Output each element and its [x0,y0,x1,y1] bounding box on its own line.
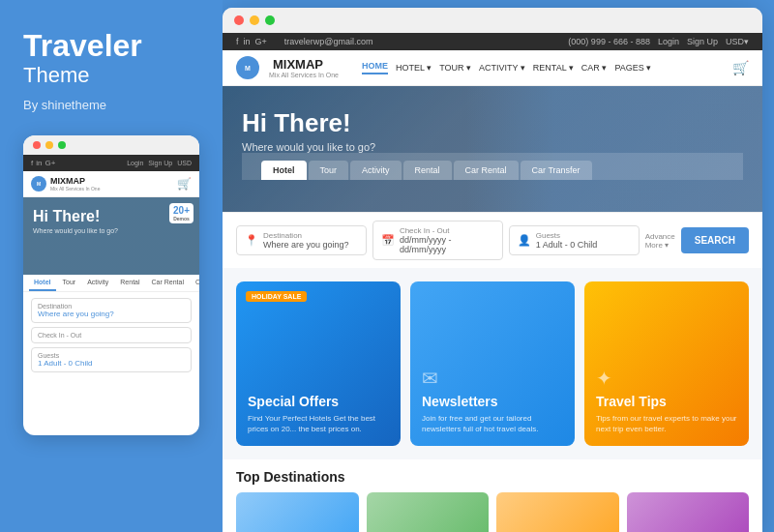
mobile-tab-tour[interactable]: Tour [58,275,81,291]
search-tab-tour[interactable]: Tour [309,161,349,180]
site-nav-pages[interactable]: PAGES ▾ [614,63,651,73]
mobile-tab-activity[interactable]: Activity [82,275,113,291]
advance-options[interactable]: AdvanceMore ▾ [645,232,675,250]
site-logo-circle: M [236,56,259,79]
checkin-field[interactable]: 📅 Check In - Out dd/mm/yyyy - dd/mm/yyyy [372,221,503,260]
search-tabs: Hotel Tour Activity Rental Car Rental Ca… [242,153,743,180]
mobile-destination-field[interactable]: Destination Where are you going? [31,298,192,323]
mobile-hero-title: Hi There! [33,207,190,225]
dest-thumb-2[interactable] [367,492,490,532]
brand-subtitle: Theme [23,63,199,88]
search-button[interactable]: SEARCH [681,227,749,253]
dest-thumb-3[interactable] [496,492,619,532]
mobile-checkin-label: Check In - Out [38,332,185,339]
site-hero: Hi There! Where would you like to go? Ho… [223,86,762,212]
mobile-preview-card: f in G+ Login Sign Up USD M MIXMAP Mix A… [23,135,199,435]
site-facebook-icon[interactable]: f [236,37,239,46]
checkin-val: dd/mm/yyyy - dd/mm/yyyy [400,235,494,254]
dot-red [33,141,41,149]
browser-topbar [223,8,762,33]
mobile-tab-rental[interactable]: Rental [115,275,144,291]
travel-tips-desc: Tips from our travel experts to make you… [596,413,737,434]
guests-field[interactable]: 👤 Guests 1 Adult - 0 Child [509,225,640,255]
site-currency-select[interactable]: USD▾ [726,37,749,46]
destinations-section: Top Destinations [223,459,762,532]
dest-thumb-4[interactable] [627,492,750,532]
mobile-linkedin-icon: in [36,159,42,167]
special-offers-title: Special Offers [248,394,389,410]
site-signup-link[interactable]: Sign Up [687,37,718,46]
mobile-cart-icon[interactable]: 🛒 [177,177,192,191]
destination-val: Where are you going? [263,240,349,250]
destination-thumbs [236,492,749,532]
mobile-checkin-field[interactable]: Check In - Out [31,327,192,343]
site-gplus-icon[interactable]: G+ [255,37,267,46]
left-panel: Traveler Theme By shinetheme f in G+ Log… [0,0,223,532]
mobile-tab-hotel[interactable]: Hotel [29,275,56,291]
browser-dot-yellow [250,15,259,25]
brand-title: Traveler [23,29,199,63]
mobile-nav: f in G+ Login Sign Up USD [23,155,199,171]
mobile-tab-car-transfer[interactable]: Car Transfer [191,275,199,291]
holiday-sale-badge: HOLIDAY SALE [246,291,307,302]
dest-thumb-1[interactable] [236,492,359,532]
mobile-currency-select[interactable]: USD [177,160,192,166]
mobile-logo-text-block: MIXMAP Mix All Services In One [50,176,100,192]
mobile-logo-sub: Mix All Services In One [50,186,100,192]
mobile-demos-num: 20+ [173,205,190,216]
mobile-guests-field[interactable]: Guests 1 Adult - 0 Child [31,347,192,372]
right-panel: f in G+ travelerwp@gmail.com (000) 999 -… [223,8,762,532]
destination-icon: 📍 [245,234,258,247]
site-logo-sub: Mix All Services In One [269,72,339,78]
travel-tips-icon: ✦ [596,367,737,390]
site-linkedin-icon[interactable]: in [244,37,251,46]
search-tab-car-transfer[interactable]: Car Transfer [521,161,592,180]
newsletters-desc: Join for free and get our tailored newsl… [422,413,563,434]
destination-inner: Destination Where are you going? [263,231,349,250]
dot-green [58,141,66,149]
site-nav-rental[interactable]: RENTAL ▾ [533,63,574,73]
brand-by: By shinetheme [23,98,199,112]
destinations-title: Top Destinations [236,469,749,485]
search-tab-car-rental[interactable]: Car Rental [454,161,519,180]
site-nav-tour[interactable]: TOUR ▾ [439,63,471,73]
site-nav-hotel[interactable]: HOTEL ▾ [396,63,432,73]
search-tab-rental[interactable]: Rental [403,161,452,180]
mobile-login-link[interactable]: Login [127,160,143,166]
newsletters-title: Newsletters [422,394,563,410]
mobile-social-links: f in G+ [31,159,55,167]
guests-label: Guests [536,231,598,240]
site-cart-icon[interactable]: 🛒 [732,60,749,75]
site-hero-sub: Where would you like to go? [242,141,743,153]
travel-tips-card: ✦ Travel Tips Tips from our travel exper… [584,281,749,446]
site-nav-car[interactable]: CAR ▾ [581,63,608,73]
search-fields: 📍 Destination Where are you going? 📅 Che… [223,212,762,268]
mobile-signup-link[interactable]: Sign Up [148,160,172,166]
destination-field[interactable]: 📍 Destination Where are you going? [236,225,367,255]
search-tab-activity[interactable]: Activity [350,161,402,180]
mobile-tabs: Hotel Tour Activity Rental Car Rental Ca… [23,275,199,292]
site-nav-activity[interactable]: ACTIVITY ▾ [479,63,525,73]
search-tab-hotel[interactable]: Hotel [261,161,307,180]
mobile-gplus-icon: G+ [45,159,55,167]
browser-dot-green [265,15,275,25]
site-phone: (000) 999 - 666 - 888 [568,37,650,46]
site-hero-title: Hi There! [242,109,743,137]
guests-inner: Guests 1 Adult - 0 Child [536,231,598,250]
mobile-logo-name: MIXMAP [50,176,100,186]
checkin-icon: 📅 [381,234,395,247]
mobile-guests-label: Guests [38,352,185,359]
newsletters-icon: ✉ [422,367,563,390]
site-login-link[interactable]: Login [658,37,679,46]
mobile-guests-val: 1 Adult - 0 Child [38,359,185,368]
site-email: travelerwp@gmail.com [284,37,373,46]
mobile-demos-badge: 20+ Demos [169,203,194,223]
mobile-hero: Hi There! Where would you like to go? 20… [23,197,199,275]
mobile-demos-label: Demos [173,216,190,222]
mobile-destination-label: Destination [38,303,185,310]
mobile-tab-car-rental[interactable]: Car Rental [147,275,189,291]
site-logo-name: MIXMAP [273,57,339,72]
site-nav-home[interactable]: HOME [362,61,388,74]
browser-dot-red [234,15,244,25]
mobile-topbar [23,135,199,155]
